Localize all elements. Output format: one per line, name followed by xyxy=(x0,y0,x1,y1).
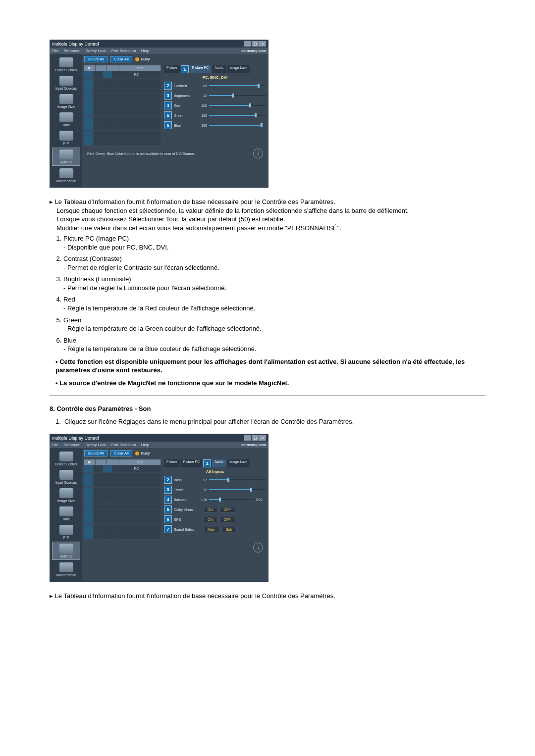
sidebar-maintenance[interactable]: Maintenance xyxy=(53,167,80,184)
menu-remocon[interactable]: Remocon xyxy=(63,443,80,447)
tab-image-lock[interactable]: Image Lock xyxy=(227,65,250,73)
row-dolby-virtual: 5 Dolby Virtual ON OFF xyxy=(164,505,266,513)
brand-link[interactable]: samsung.com xyxy=(241,443,266,447)
sidebar-pip[interactable]: PIP xyxy=(53,523,80,541)
tab-picture-pc[interactable]: Picture PC xyxy=(181,459,202,467)
grid-row[interactable] xyxy=(84,503,161,510)
grid-row[interactable]: PC xyxy=(84,71,161,79)
tab-picture[interactable]: Picture xyxy=(164,65,180,73)
menu-help[interactable]: Help xyxy=(141,49,149,53)
grid-row[interactable] xyxy=(84,532,161,540)
srs-on-button[interactable]: ON xyxy=(203,517,217,522)
grid-row[interactable]: PC xyxy=(84,465,161,473)
sidebar-input-sources[interactable]: Input Sources xyxy=(53,468,80,486)
menu-file[interactable]: File xyxy=(52,443,58,447)
grid-row[interactable] xyxy=(84,138,161,146)
power-icon xyxy=(59,452,73,461)
minimize-button[interactable]: _ xyxy=(244,41,251,47)
tab-audio[interactable]: Audio xyxy=(212,459,226,467)
slider-contrast[interactable]: 2 Contrast 85 xyxy=(164,82,266,90)
grid-row[interactable] xyxy=(84,473,161,480)
sidebar-power-control[interactable]: Power Control xyxy=(53,56,80,73)
pip-icon xyxy=(59,131,73,141)
sidebar-settings[interactable]: Settings xyxy=(52,542,80,560)
menu-safety-lock[interactable]: Safety Lock xyxy=(86,443,107,447)
slider-blue[interactable]: 6 Blue 100 xyxy=(164,121,266,129)
brand-link[interactable]: samsung.com xyxy=(241,49,266,53)
dolby-off-button[interactable]: OFF xyxy=(219,507,235,512)
menu-help[interactable]: Help xyxy=(141,443,149,447)
tab-audio[interactable]: Audio xyxy=(212,65,226,73)
menu-remocon[interactable]: Remocon xyxy=(63,49,80,53)
clear-all-button[interactable]: Clear All xyxy=(110,56,132,62)
grid-header-b xyxy=(96,459,107,465)
slider-treble[interactable]: 3 Treble 72 xyxy=(164,486,266,494)
menubar: File Remocon Safety Lock Port Selection … xyxy=(50,48,268,54)
grid-row[interactable] xyxy=(84,517,161,525)
pip-icon xyxy=(59,525,73,535)
slider-red[interactable]: 4 Red 100 xyxy=(164,101,266,109)
grid-row[interactable] xyxy=(84,94,161,101)
menubar: File Remocon Safety Lock Port Selection … xyxy=(50,442,268,448)
grid-row[interactable] xyxy=(84,131,161,138)
settings-icon xyxy=(59,150,73,159)
doc-block-2: Le Tableau d'Information fournit l'infor… xyxy=(50,592,485,601)
grid-row[interactable] xyxy=(84,488,161,495)
badge-6: 6 xyxy=(164,515,172,523)
grid-row[interactable] xyxy=(84,123,161,131)
grid-header-id: ID xyxy=(84,459,96,465)
grid-row[interactable] xyxy=(84,86,161,94)
sidebar-time[interactable]: Time xyxy=(53,111,80,128)
slider-bass[interactable]: 2 Bass 32 xyxy=(164,476,266,484)
settings-icon xyxy=(59,544,73,554)
clear-all-button[interactable]: Clear All xyxy=(110,450,132,456)
grid-row[interactable] xyxy=(84,108,161,116)
close-button[interactable]: × xyxy=(259,435,266,441)
menu-port-selection[interactable]: Port Selection xyxy=(111,443,136,447)
dolby-on-button[interactable]: ON xyxy=(203,507,217,512)
sidebar-time[interactable]: Time xyxy=(53,505,80,522)
grid-row[interactable] xyxy=(84,79,161,86)
grid-row[interactable] xyxy=(84,510,161,517)
tab-image-lock[interactable]: Image Lock xyxy=(227,459,250,467)
section-8-title: 8. Contrôle des Paramètres - Son xyxy=(50,404,485,413)
sound-sub-button[interactable]: Sub xyxy=(221,527,236,532)
menu-port-selection[interactable]: Port Selection xyxy=(111,49,136,53)
footer-note: Red, Green, Blue Color Control is not av… xyxy=(87,152,195,155)
maximize-button[interactable]: ◻ xyxy=(252,435,259,441)
display-grid: ID Input PC xyxy=(84,65,161,146)
image-size-icon xyxy=(59,94,73,104)
grid-row[interactable] xyxy=(84,116,161,123)
tab-picture-pc[interactable]: Picture PC xyxy=(190,65,211,73)
sidebar-power-control[interactable]: Power Control xyxy=(53,450,80,467)
slider-balance[interactable]: 4 Balance L78 R22 xyxy=(164,496,266,504)
grid-row[interactable] xyxy=(84,495,161,503)
info-icon[interactable]: i xyxy=(253,543,263,553)
tab-picture[interactable]: Picture xyxy=(164,459,180,467)
select-all-button[interactable]: Select All xyxy=(84,450,107,456)
close-button[interactable]: × xyxy=(259,41,266,47)
sidebar-image-size[interactable]: Image Size xyxy=(53,487,80,504)
slider-brightness[interactable]: 3 Brightness 12 xyxy=(164,92,266,100)
menu-file[interactable]: File xyxy=(52,49,58,53)
window-buttons: _ ◻ × xyxy=(244,41,266,47)
minimize-button[interactable]: _ xyxy=(244,435,251,441)
slider-green[interactable]: 5 Green 100 xyxy=(164,111,266,119)
maintenance-icon xyxy=(59,562,73,572)
sidebar-image-size[interactable]: Image Size xyxy=(53,93,80,110)
badge-2: 2 xyxy=(164,476,172,484)
menu-safety-lock[interactable]: Safety Lock xyxy=(86,49,107,53)
info-icon[interactable]: i xyxy=(253,149,263,158)
picture-controls: Picture 1 Picture PC Audio Image Lock PC… xyxy=(164,65,266,146)
grid-row[interactable] xyxy=(84,480,161,488)
sound-main-button[interactable]: Main xyxy=(203,527,219,532)
sidebar-maintenance[interactable]: Maintenance xyxy=(53,561,80,578)
sidebar-input-sources[interactable]: Input Sources xyxy=(53,74,80,92)
sidebar-pip[interactable]: PIP xyxy=(53,129,80,147)
grid-row[interactable] xyxy=(84,525,161,532)
srs-off-button[interactable]: OFF xyxy=(219,517,235,522)
select-all-button[interactable]: Select All xyxy=(84,56,107,62)
sidebar-settings[interactable]: Settings xyxy=(52,148,80,166)
maximize-button[interactable]: ◻ xyxy=(252,41,259,47)
grid-row[interactable] xyxy=(84,101,161,108)
